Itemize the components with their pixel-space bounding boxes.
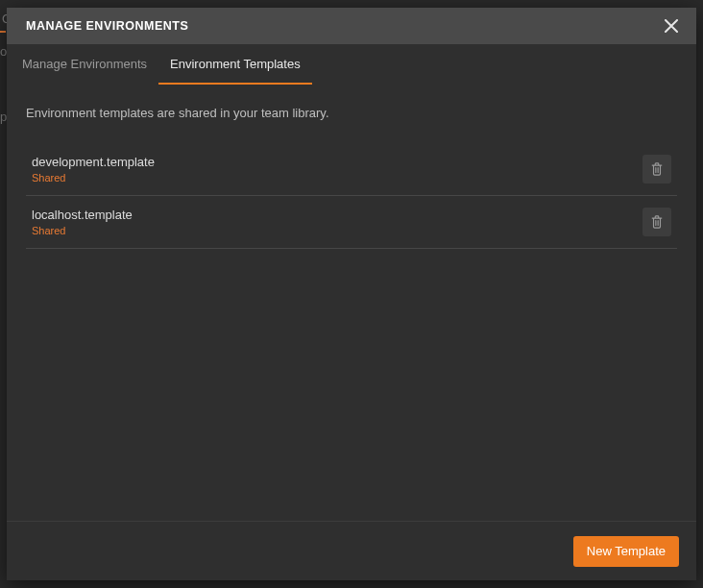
trash-icon xyxy=(650,162,664,176)
trash-icon xyxy=(650,215,664,229)
manage-environments-modal: MANAGE ENVIRONMENTS Manage Environments … xyxy=(7,8,696,580)
template-name: localhost.template xyxy=(32,208,642,222)
modal-body: Environment templates are shared in your… xyxy=(7,85,696,521)
close-button[interactable] xyxy=(660,14,683,37)
template-name: development.template xyxy=(32,155,642,169)
delete-template-button[interactable] xyxy=(642,155,671,184)
template-row[interactable]: localhost.template Shared xyxy=(26,196,677,249)
modal-title: MANAGE ENVIRONMENTS xyxy=(26,19,660,33)
modal-header: MANAGE ENVIRONMENTS xyxy=(7,8,696,44)
modal-footer: New Template xyxy=(7,521,696,580)
template-status: Shared xyxy=(32,225,642,236)
delete-template-button[interactable] xyxy=(642,208,671,236)
body-description: Environment templates are shared in your… xyxy=(26,106,677,120)
tab-manage-environments[interactable]: Manage Environments xyxy=(11,44,158,85)
tab-bar: Manage Environments Environment Template… xyxy=(7,44,696,85)
template-row[interactable]: development.template Shared xyxy=(26,143,677,196)
new-template-button[interactable]: New Template xyxy=(573,536,679,567)
template-status: Shared xyxy=(32,172,642,184)
close-icon xyxy=(665,19,678,33)
tab-environment-templates[interactable]: Environment Templates xyxy=(158,44,312,85)
template-list: development.template Shared localhost.te… xyxy=(26,143,677,249)
